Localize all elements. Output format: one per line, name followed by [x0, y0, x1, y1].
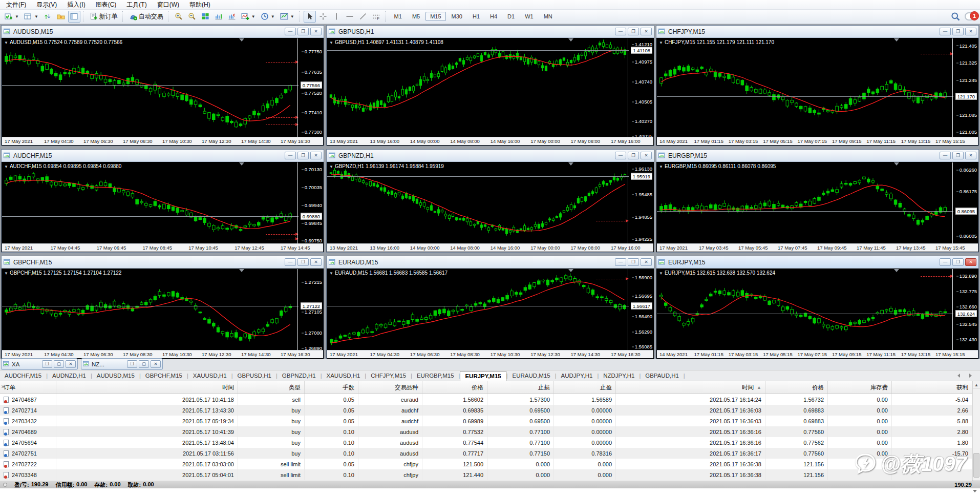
menu-item-4[interactable]: 图表(C): [91, 0, 122, 10]
column-header-10[interactable]: 库存费: [828, 381, 892, 394]
column-header-4[interactable]: 交易品种: [358, 381, 422, 394]
tab-euraud-m15[interactable]: EURAUD,M15: [508, 370, 555, 381]
order-row[interactable]: 247027142021.05.17 13:43:30buy0.05audchf…: [0, 405, 972, 416]
restore-button[interactable]: ❐: [628, 258, 639, 266]
order-row[interactable]: 247027512021.05.17 03:11:56buy0.10audusd…: [0, 448, 972, 459]
new-order-button[interactable]: 新订单: [88, 11, 120, 23]
close-button[interactable]: ✕: [151, 360, 161, 368]
hline-button[interactable]: [344, 11, 356, 23]
trendline-button[interactable]: [357, 11, 369, 23]
tab-audjpy-h1[interactable]: AUDJPY,H1: [557, 370, 598, 381]
menu-item-5[interactable]: 工具(T): [121, 0, 152, 10]
minimize-button[interactable]: —: [940, 152, 951, 159]
close-button[interactable]: ✕: [641, 258, 652, 266]
minimize-button[interactable]: —: [940, 258, 951, 266]
column-header-7[interactable]: 止盈: [554, 381, 616, 394]
vline-button[interactable]: [330, 11, 343, 23]
tab-scroll-left-icon[interactable]: [957, 374, 960, 378]
cursor-button[interactable]: [304, 11, 316, 23]
timeframe-h1-button[interactable]: H1: [468, 12, 484, 21]
close-button[interactable]: ✕: [310, 258, 322, 266]
candlestick-plot[interactable]: ▼GBPCHF,M15 1.27125 1.27154 1.27104 1.27…: [2, 269, 323, 350]
restore-button[interactable]: ❐: [628, 152, 639, 159]
close-button[interactable]: ✕: [641, 28, 652, 35]
minimize-button[interactable]: —: [285, 258, 296, 266]
column-header-11[interactable]: 获利: [892, 381, 972, 394]
close-button[interactable]: ✕: [66, 360, 76, 368]
column-header-3[interactable]: 手数: [305, 381, 358, 394]
timeframe-m5-button[interactable]: M5: [408, 12, 424, 21]
chart-window-titlebar[interactable]: EURJPY,M15—❐✕: [656, 256, 978, 269]
tab-gbpnzd-h1[interactable]: GBPNZD,H1: [278, 370, 321, 381]
tab-audchf-m15[interactable]: AUDCHF,M15: [0, 370, 46, 381]
close-button[interactable]: ✕: [965, 152, 976, 159]
close-button[interactable]: ✕: [310, 28, 322, 35]
tab-gbpusd-h1[interactable]: GBPUSD,H1: [233, 370, 276, 381]
menu-item-2[interactable]: 显示(V): [31, 0, 62, 10]
candlestick-plot[interactable]: ▼EURGBP,M15 0.86095 0.86111 0.86078 0.86…: [657, 162, 978, 244]
menu-item-1[interactable]: 文件(F): [1, 0, 31, 10]
tab-audusd-m15[interactable]: AUDUSD,M15: [92, 370, 139, 381]
menu-item-6[interactable]: 窗口(W): [152, 0, 184, 10]
minimize-button[interactable]: —: [615, 258, 626, 266]
chart-window-titlebar[interactable]: GBPUSD,H1—❐✕: [327, 26, 654, 38]
timeframe-m1-button[interactable]: M1: [390, 12, 407, 21]
indicators-button[interactable]: ▼: [239, 11, 258, 23]
minimized-window-1[interactable]: XA❐▢✕: [1, 358, 78, 370]
tab-eurgbp-m15[interactable]: EURGBP,M15: [412, 370, 459, 381]
column-header-8[interactable]: 时间▲: [616, 381, 765, 394]
minimize-button[interactable]: —: [615, 152, 626, 159]
restore-button[interactable]: ❐: [297, 258, 309, 266]
chart-window-titlebar[interactable]: CHFJPY,M15—❐✕: [656, 26, 978, 38]
restore-button[interactable]: ❐: [42, 360, 52, 368]
zoom-in-button[interactable]: [173, 11, 185, 23]
profiles-button[interactable]: ▼: [22, 11, 40, 23]
terminal-scrollbar[interactable]: ▲: [972, 381, 980, 481]
timeframe-w1-button[interactable]: W1: [520, 12, 538, 21]
candlestick-plot[interactable]: ▼CHFJPY,M15 121.155 121.179 121.111 121.…: [657, 38, 978, 137]
favorites-button[interactable]: [55, 11, 67, 23]
column-header-0[interactable]: 订单: [0, 381, 56, 394]
restore-button[interactable]: ❐: [952, 152, 964, 159]
menu-item-7[interactable]: 帮助(H): [184, 0, 216, 10]
close-button[interactable]: ✕: [965, 258, 976, 266]
navigator-button[interactable]: [68, 11, 80, 23]
order-row[interactable]: 247027222021.05.17 03:03:00sell limit0.0…: [0, 459, 972, 469]
candlestick-plot[interactable]: ▼EURJPY,M15 132.615 132.638 132.570 132.…: [657, 269, 978, 350]
timeframe-h4-button[interactable]: H4: [485, 12, 502, 21]
notification-badge[interactable]: 1: [970, 11, 979, 20]
minimized-window-2[interactable]: NZ...❐▢✕: [81, 358, 163, 370]
tab-xauusd-h1[interactable]: XAUUSD,H1: [322, 370, 365, 381]
chart-window-titlebar[interactable]: AUDUSD,M15—❐✕: [2, 26, 324, 38]
order-row[interactable]: 247046872021.05.17 10:41:18sell0.05eurau…: [0, 394, 972, 405]
tab-scroll-right-icon[interactable]: [969, 374, 972, 378]
restore-button[interactable]: ❐: [127, 360, 137, 368]
auto-scroll-button[interactable]: [212, 11, 225, 23]
tab-gbpchf-m15[interactable]: GBPCHF,M15: [141, 370, 187, 381]
fibo-button[interactable]: F: [370, 11, 382, 23]
new-chart-button[interactable]: ▼: [3, 11, 21, 23]
zoom-out-button[interactable]: [186, 11, 198, 23]
timeframe-m30-button[interactable]: M30: [447, 12, 467, 21]
tab-nzdjpy-h1[interactable]: NZDJPY,H1: [599, 370, 639, 381]
candlestick-plot[interactable]: ▼GBPNZD,H1 1.96139 1.96174 1.95884 1.959…: [327, 162, 653, 244]
tab-audnzd-h1[interactable]: AUDNZD,H1: [48, 370, 91, 381]
chart-window-titlebar[interactable]: GBPNZD,H1—❐✕: [327, 150, 654, 162]
order-row[interactable]: 247033482021.05.17 05:04:01sell limit0.1…: [0, 469, 972, 480]
timeframe-mn-button[interactable]: MN: [539, 12, 557, 21]
close-button[interactable]: ✕: [641, 152, 652, 159]
tab-xauusd-h1[interactable]: XAUUSD,H1: [188, 370, 231, 381]
crosshair-button[interactable]: [317, 11, 329, 23]
restore-button[interactable]: ❐: [297, 28, 309, 35]
templates-button[interactable]: ▼: [278, 11, 296, 23]
minimize-button[interactable]: —: [285, 28, 296, 35]
column-header-6[interactable]: 止损: [487, 381, 554, 394]
timeframe-m15-button[interactable]: M15: [425, 12, 445, 21]
minimize-button[interactable]: —: [615, 28, 626, 35]
periods-button[interactable]: ▼: [259, 11, 277, 23]
tab-eurjpy-m15[interactable]: EURJPY,M15: [460, 371, 506, 381]
candlestick-plot[interactable]: ▼EURAUD,M15 1.56681 1.56683 1.56585 1.56…: [327, 269, 653, 350]
candlestick-plot[interactable]: ▼GBPUSD,H1 1.40897 1.41131 1.40879 1.411…: [327, 38, 653, 137]
chart-window-titlebar[interactable]: AUDCHF,M15—❐✕: [2, 150, 324, 162]
column-header-2[interactable]: 类型: [238, 381, 305, 394]
